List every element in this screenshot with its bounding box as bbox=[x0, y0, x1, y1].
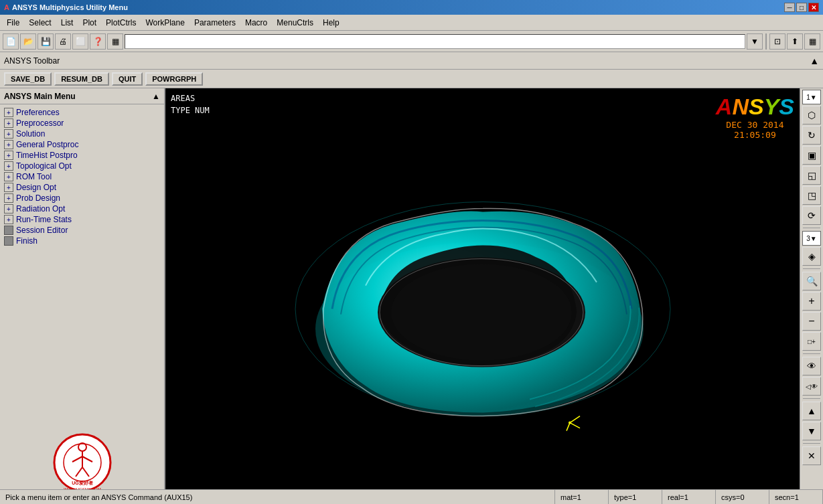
main-menu-title: ANSYS Main Menu bbox=[4, 92, 76, 101]
menu-item-run-time-stats[interactable]: +Run-Time Stats bbox=[1, 214, 163, 225]
right-sep2 bbox=[803, 268, 820, 269]
minimize-btn[interactable]: ─ bbox=[784, 3, 795, 12]
svg-point-13 bbox=[391, 264, 572, 360]
rotate2-btn[interactable]: ⟳ bbox=[802, 206, 821, 225]
expand-icon-5[interactable]: + bbox=[4, 161, 13, 171]
menu-item-label-7: Design Opt bbox=[16, 183, 56, 192]
status-real: real=1 bbox=[662, 490, 716, 504]
front-view-btn[interactable]: ▣ bbox=[802, 146, 821, 165]
menu-item-preferences[interactable]: +Preferences bbox=[1, 107, 163, 118]
title-text: ANSYS Multiphysics Utility Menu bbox=[12, 3, 128, 11]
isometric-btn[interactable]: ⬡ bbox=[802, 106, 821, 124]
menu-item-finish[interactable]: Finish bbox=[1, 236, 163, 246]
menu-menuctrls[interactable]: MenuCtrls bbox=[273, 17, 317, 29]
save-db-btn[interactable]: SAVE_DB bbox=[4, 72, 52, 86]
menu-parameters[interactable]: Parameters bbox=[190, 17, 240, 29]
menu-select[interactable]: Select bbox=[25, 17, 55, 29]
menu-macro[interactable]: Macro bbox=[241, 17, 271, 29]
menu-item-rom-tool[interactable]: +ROM Tool bbox=[1, 171, 163, 182]
menu-item-label-11: Session Editor bbox=[16, 226, 68, 235]
pan-right-btn[interactable]: 👁 bbox=[802, 357, 821, 375]
menu-item-preprocessor[interactable]: +Preprocessor bbox=[1, 118, 163, 129]
top-view-btn[interactable]: ◳ bbox=[802, 186, 821, 205]
expand-icon-12[interactable] bbox=[4, 236, 13, 246]
menu-file[interactable]: File bbox=[3, 17, 23, 29]
toolbar-btn7[interactable]: ▦ bbox=[107, 33, 123, 50]
menu-list[interactable]: List bbox=[57, 17, 78, 29]
logo-container: UG爱好者 WWW.UGSNX.COM bbox=[52, 432, 113, 489]
svg-point-18 bbox=[569, 421, 571, 424]
open-btn[interactable]: 📂 bbox=[20, 33, 36, 50]
print-btn[interactable]: 🖨 bbox=[55, 33, 71, 50]
ansys-toolbar-collapse[interactable]: ▲ bbox=[810, 56, 819, 66]
zoom-fit-btn[interactable]: 🔍 bbox=[802, 272, 821, 290]
close-btn[interactable]: ✕ bbox=[808, 3, 819, 12]
zoom-out-btn[interactable]: − bbox=[802, 312, 821, 331]
toolbar-dropdown[interactable]: ▼ bbox=[747, 33, 763, 50]
view-dropdown[interactable]: 1▼ bbox=[802, 90, 821, 104]
move-down-btn[interactable]: ▼ bbox=[802, 422, 821, 440]
viewport-type-label: TYPE NUM bbox=[171, 106, 210, 115]
rotate-btn[interactable]: ↻ bbox=[802, 126, 821, 145]
expand-icon-6[interactable]: + bbox=[4, 172, 13, 181]
ring-3d bbox=[269, 135, 697, 456]
logo-svg: UG爱好者 WWW.UGSNX.COM bbox=[52, 432, 113, 489]
expand-icon-11[interactable] bbox=[4, 226, 13, 235]
status-main-text: Pick a menu item or enter an ANSYS Comma… bbox=[0, 490, 555, 504]
expand-icon-1[interactable]: + bbox=[4, 118, 13, 128]
toolbar-btn6[interactable]: ❓ bbox=[90, 33, 106, 50]
menu-workplane[interactable]: WorkPlane bbox=[141, 17, 188, 29]
svg-text:WWW.UGSNX.COM: WWW.UGSNX.COM bbox=[64, 487, 100, 489]
zoom-in-btn[interactable]: + bbox=[802, 292, 821, 311]
expand-icon-8[interactable]: + bbox=[4, 193, 13, 203]
mode-dropdown[interactable]: 3▼ bbox=[802, 231, 821, 246]
menu-item-session-editor[interactable]: Session Editor bbox=[1, 225, 163, 236]
quit-btn[interactable]: QUIT bbox=[112, 72, 143, 86]
menu-item-prob-design[interactable]: +Prob Design bbox=[1, 193, 163, 203]
expand-icon-10[interactable]: + bbox=[4, 215, 13, 224]
zoom-box-btn[interactable]: □+ bbox=[802, 332, 821, 351]
menu-item-label-6: ROM Tool bbox=[16, 172, 52, 181]
viewport-areas-label: AREAS bbox=[171, 94, 195, 103]
menu-item-solution[interactable]: +Solution bbox=[1, 129, 163, 139]
menu-bar: File Select List Plot PlotCtrls WorkPlan… bbox=[0, 15, 823, 31]
menu-item-design-opt[interactable]: +Design Opt bbox=[1, 182, 163, 193]
menu-plotctrls[interactable]: PlotCtrls bbox=[102, 17, 140, 29]
pan-left-btn[interactable]: ◁👁 bbox=[802, 377, 821, 396]
move-up-btn[interactable]: ▲ bbox=[802, 402, 821, 420]
viewport[interactable]: AREAS TYPE NUM A N S Y S DEC 30 2014 21:… bbox=[165, 88, 800, 489]
menu-item-general-postproc[interactable]: +General Postproc bbox=[1, 139, 163, 150]
menu-item-label-10: Run-Time Stats bbox=[16, 215, 72, 224]
menu-item-label-8: Prob Design bbox=[16, 193, 60, 203]
shade-btn[interactable]: ◈ bbox=[802, 247, 821, 266]
expand-icon-3[interactable]: + bbox=[4, 140, 13, 149]
status-mat: mat=1 bbox=[555, 490, 609, 504]
powrgrph-btn[interactable]: POWRGRPH bbox=[145, 72, 203, 86]
menu-help[interactable]: Help bbox=[319, 17, 344, 29]
toolbar-btn8[interactable]: ⊡ bbox=[769, 33, 785, 50]
menu-plot[interactable]: Plot bbox=[78, 17, 100, 29]
toolbar-btn10[interactable]: ▦ bbox=[804, 33, 820, 50]
menu-item-radiation-opt[interactable]: +Radiation Opt bbox=[1, 203, 163, 214]
command-input[interactable] bbox=[125, 34, 745, 49]
expand-icon-2[interactable]: + bbox=[4, 129, 13, 139]
new-btn[interactable]: 📄 bbox=[3, 33, 19, 50]
menu-item-timehist-postpro[interactable]: +TimeHist Postpro bbox=[1, 150, 163, 161]
expand-icon-9[interactable]: + bbox=[4, 204, 13, 214]
reset-btn[interactable]: ✕ bbox=[802, 446, 821, 465]
expand-icon-4[interactable]: + bbox=[4, 151, 13, 160]
title-controls[interactable]: ─ □ ✕ bbox=[784, 3, 819, 12]
menu-item-label-4: TimeHist Postpro bbox=[16, 151, 78, 160]
expand-icon-0[interactable]: + bbox=[4, 108, 13, 117]
resum-db-btn[interactable]: RESUM_DB bbox=[54, 72, 109, 86]
menu-item-label-3: General Postproc bbox=[16, 140, 78, 149]
menu-item-topological-opt[interactable]: +Topological Opt bbox=[1, 161, 163, 171]
toolbar-btn9[interactable]: ⬆ bbox=[787, 33, 803, 50]
expand-icon-7[interactable]: + bbox=[4, 183, 13, 192]
toolbar-btn5[interactable]: ⬜ bbox=[72, 33, 88, 50]
save-btn[interactable]: 💾 bbox=[38, 33, 54, 50]
maximize-btn[interactable]: □ bbox=[796, 3, 807, 12]
main-menu-collapse[interactable]: ▲ bbox=[152, 92, 160, 101]
side-view-btn[interactable]: ◱ bbox=[802, 166, 821, 185]
menu-item-label-12: Finish bbox=[16, 236, 38, 246]
